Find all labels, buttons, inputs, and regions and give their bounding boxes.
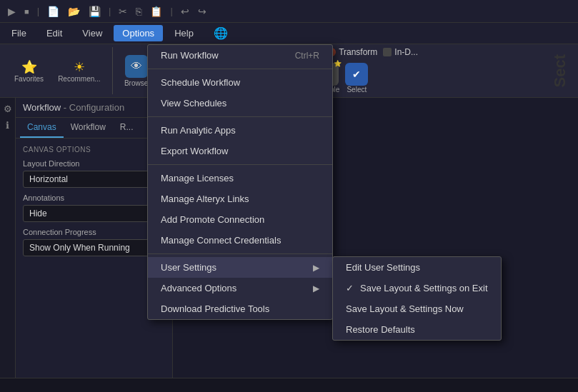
add-promote-connection-label: Add Promote Connection [161,214,264,225]
download-predictive-tools-label: Download Predictive Tools [161,303,269,314]
sep-2 [148,116,332,117]
restore-defaults-item[interactable]: Restore Defaults [333,319,501,340]
options-dropdown: Run Workflow Ctrl+R Schedule Workflow Vi… [147,44,333,320]
edit-user-settings-item[interactable]: Edit User Settings [333,257,501,278]
play-icon[interactable]: ▶ [6,6,18,17]
copy-icon[interactable]: ⎘ [134,6,144,17]
run-analytic-apps-label: Run Analytic Apps [161,125,236,136]
save-layout-exit-item[interactable]: Save Layout & Settings on Exit [333,278,501,298]
save-layout-now-item[interactable]: Save Layout & Settings Now [333,298,501,319]
menu-globe[interactable]: 🌐 [205,24,236,43]
view-schedules-label: View Schedules [161,98,226,109]
manage-alteryx-links-item[interactable]: Manage Alteryx Links [148,189,332,209]
manage-connect-credentials-item[interactable]: Manage Connect Credentials [148,230,332,251]
run-workflow-shortcut: Ctrl+R [295,51,319,61]
run-analytic-apps-item[interactable]: Run Analytic Apps [148,120,332,141]
user-settings-submenu: Edit User Settings Save Layout & Setting… [332,256,502,341]
download-predictive-tools-item[interactable]: Download Predictive Tools [148,298,332,319]
manage-licenses-item[interactable]: Manage Licenses [148,168,332,189]
undo-icon[interactable]: ↩ [179,6,191,17]
user-settings-item[interactable]: User Settings ▶ Edit User Settings Save … [148,257,332,278]
advanced-options-label: Advanced Options [161,283,236,293]
open-icon[interactable]: 📂 [66,6,82,17]
sep-4 [148,253,332,254]
add-promote-connection-item[interactable]: Add Promote Connection [148,209,332,230]
save-layout-exit-check [346,283,357,293]
advanced-options-item[interactable]: Advanced Options ▶ [148,278,332,298]
save-layout-now-label: Save Layout & Settings Now [346,303,464,314]
menu-view[interactable]: View [74,25,111,41]
run-workflow-item[interactable]: Run Workflow Ctrl+R [148,45,332,66]
save-layout-exit-label: Save Layout & Settings on Exit [360,283,488,293]
export-workflow-item[interactable]: Export Workflow [148,141,332,161]
view-schedules-item[interactable]: View Schedules [148,93,332,114]
title-bar: ▶ ■ | 📄 📂 💾 | ✂ ⎘ 📋 | ↩ ↪ [0,0,578,23]
cut-icon[interactable]: ✂ [116,6,129,17]
export-workflow-label: Export Workflow [161,146,228,156]
schedule-workflow-item[interactable]: Schedule Workflow [148,72,332,93]
menu-bar: File Edit View Options Help 🌐 [0,23,578,44]
schedule-workflow-label: Schedule Workflow [161,77,240,88]
menu-options[interactable]: Options [114,25,163,41]
manage-alteryx-links-label: Manage Alteryx Links [161,194,249,204]
save-icon[interactable]: 💾 [86,6,103,17]
stop-icon[interactable]: ■ [22,7,31,16]
new-icon[interactable]: 📄 [45,6,61,17]
title-bar-controls[interactable]: ▶ ■ | 📄 📂 💾 | ✂ ⎘ 📋 | ↩ ↪ [6,6,209,17]
manage-connect-credentials-label: Manage Connect Credentials [161,235,281,246]
edit-user-settings-label: Edit User Settings [346,262,420,273]
redo-icon[interactable]: ↪ [196,6,209,17]
user-settings-label: User Settings [161,262,216,273]
sep-1 [148,69,332,69]
menu-help[interactable]: Help [166,25,202,41]
run-workflow-label: Run Workflow [161,50,219,61]
dropdown-overlay: Run Workflow Ctrl+R Schedule Workflow Vi… [0,44,578,392]
user-settings-arrow: ▶ [313,263,319,273]
menu-file[interactable]: File [3,25,35,41]
paste-icon[interactable]: 📋 [148,6,164,17]
menu-edit[interactable]: Edit [38,25,71,41]
manage-licenses-label: Manage Licenses [161,173,234,184]
sep-3 [148,164,332,165]
restore-defaults-label: Restore Defaults [346,324,415,335]
advanced-options-arrow: ▶ [313,283,319,293]
